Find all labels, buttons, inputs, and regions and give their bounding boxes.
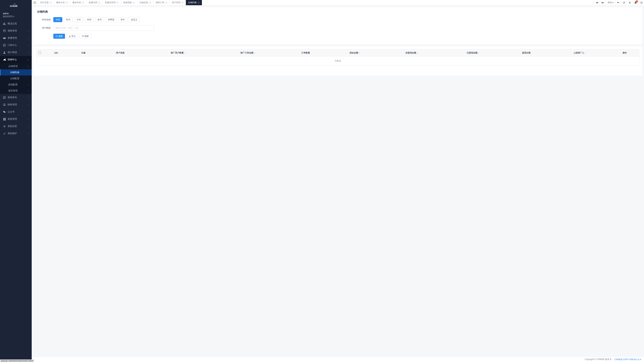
search-label: 搜索 <box>58 35 63 38</box>
menu-item-users[interactable]: 用户管理‹ <box>0 49 32 56</box>
menu-label: 系统维护 <box>8 132 28 135</box>
column-header[interactable]: 推广用户数量▲▼ <box>143 49 213 56</box>
chevron-down-icon: ⌄ <box>27 59 29 61</box>
tab-next-button[interactable] <box>600 0 606 5</box>
chevron-down-icon: ⌄ <box>27 66 29 67</box>
column-header[interactable]: 上级推广人▲▼ <box>549 49 610 56</box>
menu-item-sub[interactable]: 分销配置 <box>0 76 32 82</box>
caret-down-icon: ▾ <box>612 2 614 4</box>
user-role-dropdown[interactable]: 超级管理员 ▾ <box>3 15 29 18</box>
close-icon[interactable]: × <box>198 2 200 4</box>
close-icon[interactable]: × <box>133 2 135 4</box>
column-header[interactable]: 未提现金额▲▼ <box>381 49 442 56</box>
close-label: 关闭 <box>608 1 612 4</box>
close-icon[interactable]: × <box>66 2 68 4</box>
menu-item-sub[interactable]: 提现配置‹ <box>0 82 32 88</box>
time-filter-button[interactable]: 本年 <box>118 17 127 22</box>
menu-label: 营销中心 <box>8 58 27 61</box>
column-header[interactable]: 佣金金额▲▼ <box>328 49 381 56</box>
tab[interactable]: 素材列表× <box>70 0 86 5</box>
plus-icon <box>629 2 631 4</box>
refresh-list-button[interactable]: 刷新 <box>80 34 91 39</box>
column-header: 提现次数 <box>504 49 549 56</box>
menu-item-overview[interactable]: 概况总览 <box>0 20 32 27</box>
close-icon[interactable]: × <box>98 2 100 4</box>
copyright-text: Copyright © CRMEB 版本号： <box>584 358 614 361</box>
chevron-left-icon: ‹ <box>28 118 29 120</box>
close-icon[interactable]: × <box>50 2 52 4</box>
tab-label: 用户管理 <box>172 1 180 4</box>
tab[interactable]: 礼物设置× <box>137 0 154 5</box>
nickname-input[interactable] <box>53 25 154 31</box>
time-filter-button[interactable]: 本季度 <box>106 17 117 22</box>
action-row: 搜索 导出 刷新 <box>37 34 638 39</box>
tab[interactable]: 分销列表× <box>186 0 202 5</box>
export-label: 导出 <box>71 35 76 38</box>
menu-item-course[interactable]: 课程管理‹ <box>0 27 32 34</box>
tab[interactable]: 专栏专题× <box>38 0 54 5</box>
chevron-left-icon: ‹ <box>28 37 29 39</box>
users-icon <box>3 51 6 54</box>
version-link[interactable]: CRMEB-ZSFF-OPENv1.4.4 <box>614 358 641 361</box>
menu-item-sub[interactable]: 分销管理⌄ <box>0 63 32 69</box>
close-icon[interactable]: × <box>149 2 151 4</box>
svg-rect-17 <box>4 120 5 120</box>
menu-item-wechat[interactable]: 公众号‹ <box>0 108 32 116</box>
caret-down-icon: ▾ <box>13 15 14 18</box>
menu-item-marketing[interactable]: 营销中心⌄ <box>0 56 32 63</box>
svg-point-20 <box>56 36 57 37</box>
time-filter-button[interactable]: 今天 <box>74 17 83 22</box>
menu-item-live[interactable]: 直播管理‹ <box>0 34 32 42</box>
chevron-left-icon: ‹ <box>28 44 29 46</box>
column-header[interactable]: 推广订单金额▲▼ <box>213 49 283 56</box>
refresh-button[interactable] <box>621 0 627 5</box>
close-icon[interactable]: × <box>181 2 184 4</box>
tab-label: 素材分类 <box>56 1 65 4</box>
time-filter-row: 时间选择: 全部昨天今天本周本月本季度本年自定义 <box>37 17 638 22</box>
export-button[interactable]: 导出 <box>66 34 78 39</box>
main-area: 专栏专题×素材分类×素材列表×直播列表×直播间管理×直播贡献×礼物设置×课程订单… <box>32 0 644 362</box>
notification-button[interactable]: 0 <box>632 0 638 5</box>
menu-item-order[interactable]: 订单中心‹ <box>0 42 32 49</box>
more-button[interactable] <box>638 0 644 5</box>
menu-item-settings[interactable]: 系统设置‹ <box>0 123 32 130</box>
time-filter-button[interactable]: 自定义 <box>128 17 140 22</box>
menu-item-sub[interactable]: 签到管理‹ <box>0 88 32 94</box>
menu-item-system[interactable]: 系统管理‹ <box>0 116 32 123</box>
menu-item-sub[interactable]: 分销列表 <box>0 69 32 76</box>
tab[interactable]: 直播贡献× <box>121 0 137 5</box>
close-icon[interactable]: × <box>165 2 167 4</box>
menu-item-finance[interactable]: 财务管理‹ <box>0 101 32 108</box>
svg-point-9 <box>4 112 6 113</box>
tab[interactable]: 直播间管理× <box>103 0 121 5</box>
menu-item-maintain[interactable]: 系统维护‹ <box>0 130 32 137</box>
svg-rect-15 <box>5 119 6 120</box>
column-header[interactable]: 已提现金额▲▼ <box>442 49 504 56</box>
tab[interactable]: 课程订单× <box>154 0 170 5</box>
add-button[interactable] <box>627 0 632 5</box>
close-icon[interactable]: × <box>116 2 119 4</box>
select-all-checkbox[interactable] <box>38 51 41 54</box>
time-filter-button[interactable]: 本周 <box>85 17 94 22</box>
close-tabs-dropdown[interactable]: 关闭 ▾ <box>606 0 615 5</box>
footer: Copyright © CRMEB 版本号： CRMEB-ZSFF-OPENv1… <box>32 356 644 362</box>
hamburger-button[interactable] <box>32 0 38 5</box>
tab[interactable]: 直播列表× <box>86 0 103 5</box>
tab-prev-button[interactable] <box>594 0 600 5</box>
back-button[interactable] <box>615 0 621 5</box>
menu-label: 新闻资讯 <box>8 96 28 99</box>
data-table: UID头像用户信息推广用户数量▲▼推广订单金额▲▼订单数量佣金金额▲▼未提现金额… <box>36 49 639 66</box>
menu-item-news[interactable]: 新闻资讯‹ <box>0 94 32 101</box>
time-filter-button[interactable]: 全部 <box>53 17 62 22</box>
tab-label: 直播列表 <box>88 1 97 4</box>
tab[interactable]: 素材分类× <box>54 0 70 5</box>
time-filter-button[interactable]: 昨天 <box>64 17 73 22</box>
search-button[interactable]: 搜索 <box>53 34 65 39</box>
sort-icon: ▲▼ <box>417 52 418 54</box>
tab[interactable]: 用户管理× <box>170 0 186 5</box>
svg-rect-14 <box>4 119 5 120</box>
time-filter-button[interactable]: 本月 <box>95 17 104 22</box>
menu-label: 分销列表 <box>10 71 29 74</box>
tab-bar: 专栏专题×素材分类×素材列表×直播列表×直播间管理×直播贡献×礼物设置×课程订单… <box>38 0 594 5</box>
close-icon[interactable]: × <box>82 2 84 4</box>
